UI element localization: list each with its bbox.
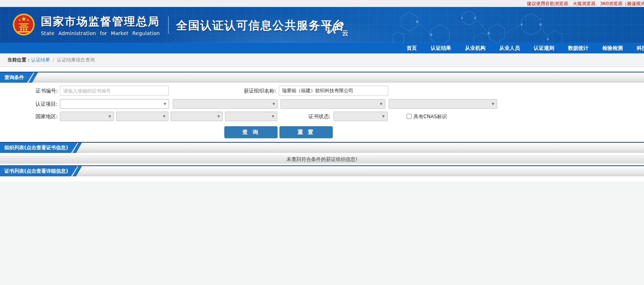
nav-item-cert-rules[interactable]: 认证规则 [534,43,554,53]
breadcrumb-prefix: 当前位置： [7,57,31,63]
breadcrumb-separator: / [53,57,54,63]
nav-item-practitioners[interactable]: 从业人员 [499,43,520,53]
query-form: 证书编号: 获证组织名称: 认证项目: ▼ ▼ ▼ ▼ 国家地区: ▼ ▼ ▼ … [0,83,644,142]
hexagon-pattern-decoration [376,7,573,43]
nav-item-institutions[interactable]: 从业机构 [465,43,485,53]
breadcrumb-bar: 当前位置：认证结果/认证结果综合查询 [0,53,644,67]
cert-number-input[interactable] [60,86,169,96]
empty-result-message: 未查到符合条件的获证组织信息! [286,156,357,162]
search-button[interactable]: 查 询 [224,126,278,138]
org-list-section-bar: 组织列表(点击查看证书信息) [0,142,644,153]
cert-project-select-2: ▼ [173,99,278,109]
org-name-input[interactable] [279,86,388,96]
breadcrumb-current-page: 认证结果综合查询 [57,57,95,63]
national-emblem-logo [12,13,35,36]
dropdown-arrow-icon: ▼ [273,102,275,106]
dropdown-arrow-icon: ▼ [380,102,382,106]
dropdown-arrow-icon: ▼ [217,115,220,118]
cert-project-select-1[interactable]: ▼ [60,99,169,109]
nav-items: 首页 认证结果 从业机构 从业人员 认证规则 数据统计 检验检测 科技 [407,43,644,53]
dropdown-arrow-icon: ▼ [492,102,494,106]
cert-project-select-4: ▼ [389,99,497,109]
query-conditions-tab-row: 查询条件 [0,72,38,83]
dropdown-arrow-icon: ▼ [382,115,385,118]
browser-notice-bar: 建议使用谷歌浏览器、火狐浏览器、360浏览器（极速模式） [0,0,644,7]
cnas-checkbox-label: 具有CNAS标识 [414,111,447,121]
org-list-tab-row: 组织列表(点击查看证书信息) [0,143,82,153]
dropdown-arrow-icon: ▼ [108,115,111,118]
query-conditions-tab: 查询条件 [0,72,34,83]
dropdown-arrow-icon: ▼ [272,115,274,118]
region-select-4: ▼ [225,112,277,121]
cert-number-label: 证书编号: [3,86,58,96]
cert-list-section-bar: 证书列表(点击查看详细信息) [0,165,644,176]
cert-list-tab-row: 证书列表(点击查看详细信息) [0,166,82,176]
nav-item-cert-results[interactable]: 认证结果 [431,43,451,53]
org-list-tab: 组织列表(点击查看证书信息) [0,143,77,153]
region-select-2: ▼ [116,112,168,121]
cert-status-select: ▼ [334,112,388,121]
cnas-checkbox[interactable] [407,114,412,119]
browser-notice-text: 建议使用谷歌浏览器、火狐浏览器、360浏览器（极速模式） [527,1,644,7]
cert-project-label: 认证项目: [3,99,58,109]
country-region-label: 国家地区: [3,111,58,121]
main-nav: 首页 认证结果 从业机构 从业人员 认证规则 数据统计 检验检测 科技 [0,43,644,53]
nav-item-inspection-testing[interactable]: 检验检测 [602,43,623,53]
region-select-1: ▼ [60,112,114,121]
site-header: 国家市场监督管理总局 State Administration for Mark… [0,7,644,43]
agency-name-cn: 国家市场监督管理总局 [41,14,160,29]
reset-button[interactable]: 重 置 [279,126,333,138]
nav-item-data-statistics[interactable]: 数据统计 [568,43,588,53]
breadcrumb-link-cert-results[interactable]: 认证结果 [31,57,50,63]
ren-e-yun-logo: 认e云 [326,19,348,36]
agency-name-en: State Administration for Market Regulati… [41,30,160,36]
header-divider [168,16,169,34]
cert-list-tab: 证书列表(点击查看详细信息) [0,166,77,176]
nav-item-home[interactable]: 首页 [407,43,417,53]
breadcrumb: 当前位置：认证结果/认证结果综合查询 [7,53,95,67]
platform-title: 全国认证认可信息公共服务平台 [176,18,345,33]
logo-yun-char: 云 [342,29,348,37]
cert-status-label: 证书状态: [290,111,331,121]
page: 建议使用谷歌浏览器、火狐浏览器、360浏览器（极速模式） [0,0,644,285]
cert-project-select-3: ▼ [281,99,385,109]
region-select-3: ▼ [171,112,223,121]
query-conditions-section-bar: 查询条件 [0,72,644,83]
nav-item-science-tech[interactable]: 科技 [637,43,644,53]
empty-content-area [0,181,644,285]
dropdown-arrow-icon: ▼ [163,115,165,118]
logo-ren-char: 认 [326,23,336,35]
empty-result-bar: 未查到符合条件的获证组织信息! [0,155,644,164]
org-name-label: 获证组织名称: [221,86,276,96]
agency-title-block: 国家市场监督管理总局 State Administration for Mark… [41,14,160,36]
dropdown-arrow-icon: ▼ [164,102,166,106]
